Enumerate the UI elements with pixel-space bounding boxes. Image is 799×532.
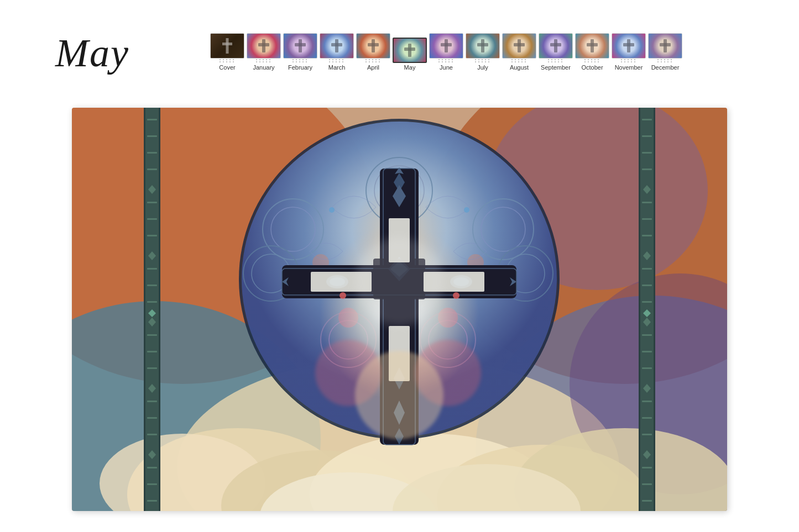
thumb-label-july: July [477,64,488,71]
svg-rect-132 [642,367,652,369]
svg-point-145 [329,207,335,213]
svg-rect-118 [642,135,652,137]
svg-point-88 [355,351,443,439]
svg-rect-123 [642,218,652,220]
thumb-label-november: November [615,64,643,71]
svg-rect-1 [258,43,269,46]
svg-rect-5 [331,43,342,46]
thumb-label-january: January [253,64,274,71]
svg-rect-13 [477,43,488,46]
svg-rect-128 [642,301,652,303]
svg-point-85 [355,238,443,326]
svg-rect-124 [642,235,652,236]
svg-rect-119 [642,152,652,154]
svg-rect-101 [147,285,157,286]
thumb-may[interactable]: May [393,38,427,71]
thumb-january[interactable]: January [247,33,281,71]
svg-rect-97 [147,218,157,220]
svg-rect-113 [147,483,157,485]
main-artwork [72,108,727,511]
svg-rect-126 [642,268,652,270]
thumb-june[interactable]: June [429,33,463,71]
thumbnails-row: Cover January February March April May J… [210,33,682,71]
svg-rect-104 [147,334,157,336]
svg-rect-127 [642,285,652,286]
thumb-label-september: September [541,64,571,71]
svg-rect-98 [147,235,157,236]
svg-point-146 [464,207,469,213]
svg-rect-93 [147,152,157,154]
svg-rect-92 [147,135,157,137]
svg-rect-130 [642,334,652,336]
svg-rect-140 [642,500,652,502]
svg-rect-122 [642,202,652,203]
svg-point-144 [453,292,459,299]
thumb-november[interactable]: November [612,33,646,71]
svg-rect-109 [147,417,157,419]
svg-rect-134 [642,401,652,402]
svg-rect-19 [587,43,598,46]
svg-rect-139 [642,483,652,485]
thumb-label-cover: Cover [219,64,235,71]
svg-rect-21 [623,43,634,46]
thumbnail-strip: Cover January February March April May J… [210,33,682,71]
thumb-april[interactable]: April [356,33,390,71]
svg-rect-100 [147,268,157,270]
svg-rect-138 [642,467,652,468]
svg-rect-120 [642,168,652,170]
svg-rect-91 [147,119,157,120]
svg-rect-106 [147,367,157,369]
svg-rect-112 [147,467,157,468]
thumb-label-february: February [288,64,312,71]
thumb-december[interactable]: December [648,33,682,71]
thumb-label-may: May [404,64,416,71]
svg-rect-15 [514,43,525,46]
thumb-february[interactable]: February [283,33,317,71]
svg-rect-136 [642,434,652,435]
thumb-label-august: August [510,64,529,71]
svg-rect-131 [642,351,652,352]
thumb-september[interactable]: September [539,33,573,71]
svg-rect-23 [660,43,671,46]
svg-rect-94 [147,168,157,170]
svg-rect-117 [642,119,652,120]
svg-rect-9 [404,48,415,51]
svg-rect-135 [642,417,652,419]
svg-rect-102 [147,301,157,303]
thumb-august[interactable]: August [502,33,536,71]
svg-rect-7 [368,43,379,46]
svg-rect-17 [550,43,561,46]
svg-rect-110 [147,434,157,435]
svg-rect-108 [147,401,157,402]
thumb-label-october: October [581,64,603,71]
thumb-label-december: December [651,64,680,71]
svg-rect-3 [295,43,306,46]
thumb-cover[interactable]: Cover [210,33,244,71]
thumb-label-march: March [328,64,346,71]
svg-rect-11 [441,43,452,46]
thumb-october[interactable]: October [575,33,609,71]
thumb-label-april: April [367,64,379,71]
thumb-label-june: June [440,64,453,71]
svg-rect-105 [147,351,157,352]
svg-point-143 [340,292,346,299]
page-title: May [55,30,129,76]
thumb-july[interactable]: July [466,33,500,71]
thumb-march[interactable]: March [320,33,354,71]
svg-rect-96 [147,202,157,203]
svg-rect-114 [147,500,157,502]
